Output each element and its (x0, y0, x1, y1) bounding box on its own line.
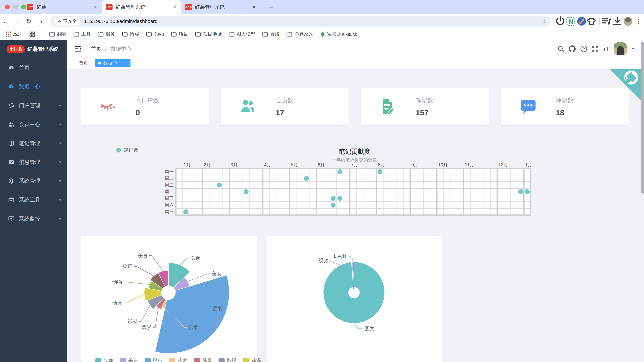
user-avatar[interactable] (614, 42, 627, 55)
stat-value: 0 (136, 108, 161, 117)
forward-icon[interactable]: → (12, 18, 23, 25)
sidebar-item-menu[interactable]: 系统监控▾ (0, 209, 67, 228)
sidebar-item-menu[interactable]: 消息管理▾ (0, 153, 67, 172)
donut-slice-label: Live图 (334, 253, 348, 259)
legend-item[interactable]: 艺术 (169, 358, 187, 362)
bookmark-folder[interactable]: Java (146, 31, 164, 37)
apps-bookmark[interactable]: 应用 (6, 31, 22, 37)
legend-item[interactable]: 头像 (95, 358, 113, 362)
heatmap-point[interactable] (337, 169, 342, 174)
extensions-puzzle-icon[interactable] (587, 16, 598, 27)
heatmap-point[interactable] (378, 169, 382, 174)
search-icon[interactable] (557, 45, 564, 52)
sidebar-item-label: 数据中心 (19, 83, 61, 90)
weekday-label: 周六 (165, 202, 174, 207)
bookmark-star-icon[interactable]: ☆ (542, 18, 547, 25)
sidebar-item-menu[interactable]: 门户管理▾ (0, 96, 67, 115)
sidebar-item-home[interactable]: 首页 (0, 58, 67, 77)
bookmark-baota[interactable]: 宝塔Linux面板 (320, 31, 358, 37)
bookmark-folder[interactable]: 净界家政 (286, 31, 313, 37)
heatmap-point[interactable] (304, 176, 309, 181)
stat-card: 评论数:18 (500, 88, 629, 125)
month-label: 1月 (184, 163, 191, 167)
notion-extension-icon[interactable]: N (566, 16, 576, 27)
back-icon[interactable]: ← (0, 18, 12, 25)
rose-slice[interactable] (155, 275, 229, 353)
category-rose-chart[interactable]: 头像美女壁纸艺术风景影视动漫动物绘画美食 (80, 236, 257, 362)
browser-tab[interactable]: 小红书红薯管理系统× (102, 0, 181, 14)
url-text[interactable]: 115.190.73.103/admin/dashboard (84, 18, 158, 24)
tab-close-icon[interactable]: × (252, 4, 256, 10)
heatmap-point[interactable] (183, 209, 188, 214)
contribution-heatmap[interactable]: 1月2月3月4月5月6月7月8月9月10月11月12月1月周一周二周三周四周五周… (162, 163, 534, 223)
tag-close-icon[interactable]: × (124, 60, 127, 66)
folder-icon (146, 32, 152, 36)
note-type-donut-chart[interactable]: 图文视频Live图 (266, 236, 442, 362)
heatmap-point[interactable] (244, 189, 248, 194)
breadcrumb-current: 数据中心 (110, 45, 132, 52)
month-label: 3月 (230, 163, 238, 167)
heatmap-point[interactable] (337, 196, 342, 201)
heatmap-point[interactable] (518, 189, 523, 194)
browser-menu-icon[interactable]: ⋮ (633, 18, 644, 25)
view-tag[interactable]: 首页 (75, 59, 92, 67)
browser-tab[interactable]: 小红书红薯× (23, 0, 102, 14)
chevron-down-icon: ▾ (59, 103, 61, 108)
tab-close-icon[interactable]: × (172, 4, 177, 10)
app-logo[interactable]: 小红书 红薯管理系统 (0, 40, 67, 58)
legend-item[interactable]: 风景 (194, 358, 212, 362)
font-size-icon[interactable]: тT (603, 45, 610, 52)
legend-item[interactable]: 壁纸 (144, 358, 163, 362)
close-window-icon[interactable] (5, 4, 10, 9)
paint-extension-icon[interactable] (576, 16, 587, 27)
breadcrumb-home[interactable]: 首页 (91, 45, 102, 52)
bookmark-folder[interactable]: 翻墙 (49, 31, 66, 37)
sidebar-item-menu[interactable]: 系统管理▾ (0, 172, 67, 191)
sidebar-item-menu[interactable]: 笔记管理▾ (0, 134, 67, 153)
heatmap-subtitle: 一年内笔记提交的数量 (332, 157, 377, 163)
heatmap-point[interactable] (331, 203, 336, 207)
weekday-label: 周日 (165, 209, 174, 214)
minimize-window-icon[interactable] (13, 4, 18, 9)
app-header: 首页 / 数据中心 ? тT ▼ (67, 40, 644, 57)
power-extension-icon[interactable] (555, 16, 566, 27)
bookmark-folder[interactable]: 工具 (74, 31, 91, 37)
home-icon[interactable]: ⌂ (34, 18, 46, 25)
playlist-icon[interactable] (601, 16, 612, 27)
reload-icon[interactable]: ↻ (23, 18, 34, 25)
legend-item[interactable]: 美女 (120, 358, 138, 362)
sidebar-item-data-center[interactable]: 数据中心 (0, 77, 67, 96)
legend-item[interactable]: 动漫 (243, 358, 261, 362)
fullscreen-icon[interactable] (592, 45, 599, 52)
heatmap-legend[interactable]: 笔记数 (116, 147, 138, 154)
sidebar-item-menu[interactable]: 会员中心▾ (0, 115, 67, 134)
help-icon[interactable]: ? (580, 45, 587, 52)
sidebar-item-menu[interactable]: 系统工具▾ (0, 190, 67, 209)
browser-tab[interactable]: 小红书红薯管理系统× (181, 0, 260, 14)
profile-avatar[interactable] (623, 17, 634, 26)
new-tab-button[interactable]: + (269, 4, 273, 12)
chevron-down-icon[interactable]: ▼ (631, 46, 635, 51)
view-tag[interactable]: 数据中心× (95, 59, 130, 67)
scrollbar-thumb[interactable] (641, 42, 644, 194)
bookmark-folder[interactable]: AI大模型 (229, 31, 255, 37)
bookmark-folder[interactable]: 直播 (262, 31, 280, 37)
legend-item[interactable]: 影视 (218, 358, 237, 362)
page-scrollbar[interactable] (641, 40, 644, 362)
heatmap-point[interactable] (331, 196, 336, 201)
svg-text:N: N (568, 18, 574, 25)
bookmark-folder[interactable]: 博客 (122, 31, 139, 37)
tab-groups-icon[interactable] (30, 31, 35, 37)
month-label: 7月 (351, 163, 358, 167)
downloads-icon[interactable] (612, 16, 623, 27)
github-icon[interactable] (569, 45, 576, 52)
heatmap-point[interactable] (525, 189, 530, 194)
security-chip[interactable]: ⚠ 不安全 (54, 17, 80, 25)
bookmark-folder[interactable]: 服务 (98, 31, 115, 37)
tab-close-icon[interactable]: × (93, 4, 98, 10)
heatmap-point[interactable] (217, 183, 222, 187)
bookmark-folder[interactable]: 项目地址 (195, 31, 222, 37)
fold-sidebar-icon[interactable] (74, 45, 82, 52)
bookmark-folder[interactable]: 项目 (171, 31, 188, 37)
address-bar[interactable]: ⚠ 不安全 115.190.73.103/admin/dashboard ☆ (50, 16, 551, 27)
